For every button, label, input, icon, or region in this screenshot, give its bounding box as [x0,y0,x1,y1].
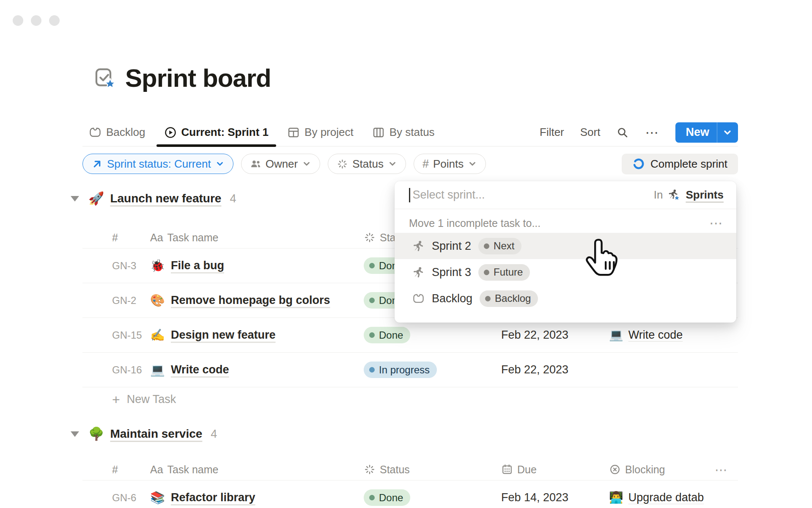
status-spinner-icon [337,158,348,170]
task-title[interactable]: Remove homepage bg colors [171,294,330,307]
tab-label: By project [304,126,354,139]
group-toggle-icon[interactable] [71,196,79,202]
task-id: GN-15 [82,329,150,341]
backlog-icon [89,126,102,139]
task-id: GN-3 [82,260,150,272]
group-toggle-icon[interactable] [71,431,79,437]
page-icon-checkbox-star[interactable] [94,67,116,89]
status-dot-icon [369,298,375,303]
button-label: Complete sprint [650,157,727,171]
due-date[interactable]: Feb 22, 2023 [501,329,609,342]
new-task-button[interactable]: + New Task [82,387,738,411]
blocking-task-link[interactable]: Write code [628,329,683,342]
group-emoji: 🌳 [88,428,104,440]
task-id: GN-6 [82,492,150,504]
column-header-task-name[interactable]: AaTask name [150,232,364,244]
column-header-blocking[interactable]: Blocking [609,464,715,476]
status-dot-icon [484,243,489,249]
window-minimize-button[interactable] [31,15,41,26]
filter-chip-owner[interactable]: Owner [241,154,321,174]
status-pill[interactable]: In progress [364,362,437,378]
option-label: Backlog [432,292,472,305]
task-emoji: 🎨 [150,295,165,306]
page-title[interactable]: Sprint board [125,64,271,93]
filter-chip-points[interactable]: # Points [414,154,486,174]
window-zoom-button[interactable] [49,15,60,26]
table-row[interactable]: GN-16 💻Write code In progress Feb 22, 20… [82,352,738,387]
text-type-icon: Aa [150,464,163,476]
new-task-label: New Task [127,393,176,406]
sprint-search-input[interactable]: Select sprint... In Sprints [395,181,736,209]
tab-label: Current: Sprint 1 [181,126,269,139]
chip-label: Points [433,157,464,171]
blocking-cell[interactable]: 💻Write code [609,329,715,342]
group-name[interactable]: Launch new feature [110,192,221,205]
due-date[interactable]: Feb 14, 2023 [501,491,609,504]
status-pill[interactable]: Done [364,327,410,343]
group-emoji: 🚀 [88,192,104,205]
task-title[interactable]: Refactor library [171,491,255,504]
task-title[interactable]: Write code [171,363,229,376]
column-header-status[interactable]: Status [364,464,501,476]
chip-label: Owner [266,157,298,171]
text-type-icon: Aa [150,232,163,244]
column-header-id[interactable]: # [82,232,150,244]
dropdown-option-backlog[interactable]: Backlog Backlog [395,285,736,312]
tab-backlog[interactable]: Backlog [85,119,150,146]
table-icon [287,126,300,139]
column-header-id[interactable]: # [82,464,150,476]
in-label: In [654,188,663,202]
search-icon[interactable] [616,126,629,139]
dropdown-option-sprint-3[interactable]: Sprint 3 Future [395,259,736,285]
filter-chip-sprint-status[interactable]: Sprint status: Current [82,154,233,174]
filter-button[interactable]: Filter [540,126,564,139]
task-title[interactable]: Design new feature [171,329,276,342]
new-dropdown-button[interactable] [717,122,738,143]
sprint-cycle-icon [632,157,645,170]
table-row[interactable]: GN-15 ✍️Design new feature Done Feb 22, … [82,318,738,352]
due-date[interactable]: Feb 22, 2023 [501,363,609,376]
more-options-icon[interactable]: ⋯ [709,216,724,230]
tab-label: By status [390,126,435,139]
table-row[interactable]: GN-6 📚Refactor library Done Feb 14, 2023… [82,480,738,508]
new-button-group: New [675,122,738,143]
runner-icon [412,266,425,279]
hash-icon: # [422,157,429,171]
search-placeholder: Select sprint... [413,188,485,202]
dropdown-section-header: Move 1 incomplete task to... ⋯ [395,209,736,233]
blocking-emoji: 👨‍💻 [609,492,623,503]
new-button[interactable]: New [675,126,717,139]
sprints-database-icon [668,189,680,202]
dropdown-option-sprint-2[interactable]: Sprint 2 Next [395,233,736,259]
group-name[interactable]: Maintain service [110,427,202,441]
chevron-down-icon [468,159,477,168]
chip-label: Status [352,157,384,171]
tab-current-sprint[interactable]: Current: Sprint 1 [160,119,273,146]
chevron-down-icon [722,127,732,138]
tab-by-status[interactable]: By status [368,119,439,146]
complete-sprint-button[interactable]: Complete sprint [622,154,738,174]
play-circle-icon [164,126,177,139]
group-header-maintain-service: 🌳 Maintain service 4 [82,421,738,447]
sprints-database-link[interactable]: Sprints [686,188,724,202]
more-columns-icon[interactable]: ⋯ [715,462,738,477]
status-pill[interactable]: Done [364,489,410,506]
column-header-task-name[interactable]: AaTask name [150,464,364,476]
sort-button[interactable]: Sort [580,126,601,139]
blocking-task-link[interactable]: Upgrade datab [628,491,704,504]
filter-chip-status[interactable]: Status [328,154,406,174]
people-icon [250,158,261,170]
text-cursor [409,188,410,202]
page-header: Sprint board [94,64,271,93]
tab-by-project[interactable]: By project [283,119,358,146]
task-title[interactable]: File a bug [171,259,224,272]
column-header-due[interactable]: Due [501,464,609,476]
sprint-select-dropdown: Select sprint... In Sprints Move 1 incom… [395,181,736,323]
chip-label: Sprint status: Current [107,157,211,171]
window-close-button[interactable] [13,15,23,26]
sprint-status-badge: Next [478,238,521,254]
more-options-icon[interactable]: ⋯ [645,126,659,139]
status-dot-icon [369,495,375,500]
blocking-cell[interactable]: 👨‍💻Upgrade datab [609,491,715,504]
tab-label: Backlog [106,126,145,139]
